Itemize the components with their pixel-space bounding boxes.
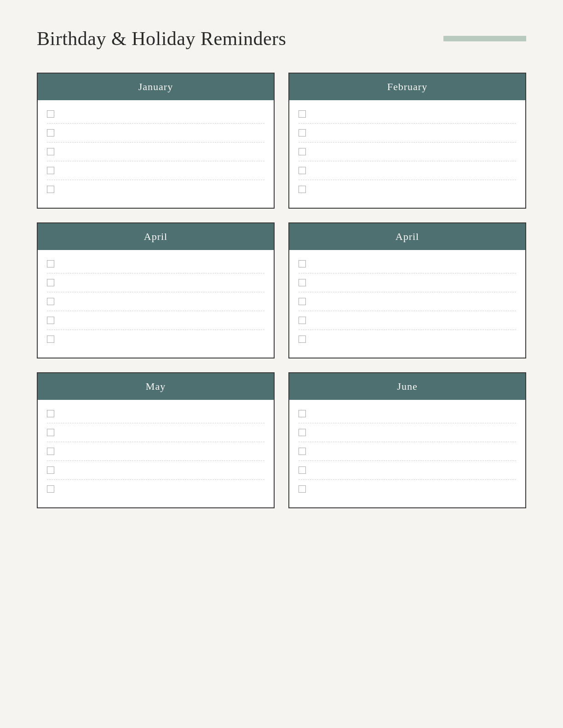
month-header-may: May	[38, 373, 274, 400]
entry-line	[312, 171, 516, 171]
checkbox[interactable]	[47, 336, 54, 343]
entry-line	[61, 133, 264, 133]
list-item	[299, 124, 516, 142]
entry-line	[312, 189, 516, 190]
checkbox[interactable]	[299, 167, 306, 174]
checkbox[interactable]	[47, 298, 54, 305]
checkbox[interactable]	[299, 260, 306, 267]
header-decoration-bar	[443, 36, 526, 41]
entry-line	[312, 451, 516, 452]
list-item	[299, 273, 516, 292]
checkbox[interactable]	[47, 148, 54, 155]
list-item	[299, 461, 516, 480]
checkbox[interactable]	[299, 429, 306, 436]
checkbox[interactable]	[299, 298, 306, 305]
entry-line	[312, 320, 516, 321]
month-body-may	[38, 400, 274, 507]
entry-line	[61, 189, 264, 190]
checkbox[interactable]	[299, 485, 306, 493]
month-card-february: February	[288, 73, 526, 209]
checkbox[interactable]	[47, 485, 54, 493]
entry-line	[312, 264, 516, 264]
checkbox[interactable]	[299, 466, 306, 474]
list-item	[299, 105, 516, 124]
month-body-april-1	[38, 250, 274, 358]
checkbox[interactable]	[299, 317, 306, 324]
entry-line	[61, 171, 264, 171]
list-item	[47, 311, 264, 330]
list-item	[47, 423, 264, 442]
list-item	[47, 161, 264, 180]
month-body-april-2	[289, 250, 525, 358]
entry-line	[61, 414, 264, 414]
list-item	[47, 180, 264, 199]
checkbox[interactable]	[47, 410, 54, 417]
checkbox[interactable]	[47, 167, 54, 174]
months-grid: JanuaryFebruaryAprilAprilMayJune	[37, 73, 526, 508]
entry-line	[312, 489, 516, 489]
list-item	[47, 330, 264, 348]
list-item	[47, 442, 264, 461]
list-item	[299, 330, 516, 348]
list-item	[47, 255, 264, 273]
entry-line	[61, 283, 264, 283]
checkbox[interactable]	[299, 148, 306, 155]
list-item	[47, 480, 264, 498]
list-item	[47, 461, 264, 480]
entry-line	[312, 114, 516, 114]
checkbox[interactable]	[47, 448, 54, 455]
month-header-april-2: April	[289, 223, 525, 250]
checkbox[interactable]	[299, 186, 306, 193]
entry-line	[312, 133, 516, 133]
entry-line	[312, 283, 516, 283]
entry-line	[312, 152, 516, 152]
entry-line	[61, 451, 264, 452]
entry-line	[61, 320, 264, 321]
entry-line	[61, 470, 264, 471]
list-item	[299, 255, 516, 273]
list-item	[47, 124, 264, 142]
entry-line	[61, 301, 264, 302]
checkbox[interactable]	[299, 448, 306, 455]
entry-line	[312, 414, 516, 414]
checkbox[interactable]	[47, 466, 54, 474]
page-title: Birthday & Holiday Reminders	[37, 28, 286, 50]
list-item	[299, 423, 516, 442]
checkbox[interactable]	[299, 336, 306, 343]
checkbox[interactable]	[299, 110, 306, 118]
month-body-january	[38, 100, 274, 208]
checkbox[interactable]	[47, 260, 54, 267]
month-card-may: May	[37, 372, 275, 508]
list-item	[299, 161, 516, 180]
checkbox[interactable]	[299, 129, 306, 136]
entry-line	[61, 489, 264, 489]
checkbox[interactable]	[47, 186, 54, 193]
entry-line	[61, 264, 264, 264]
checkbox[interactable]	[47, 129, 54, 136]
list-item	[47, 142, 264, 161]
month-body-february	[289, 100, 525, 208]
checkbox[interactable]	[47, 429, 54, 436]
list-item	[47, 404, 264, 423]
checkbox[interactable]	[299, 279, 306, 286]
checkbox[interactable]	[299, 410, 306, 417]
entry-line	[312, 470, 516, 471]
month-card-january: January	[37, 73, 275, 209]
checkbox[interactable]	[47, 110, 54, 118]
page-header: Birthday & Holiday Reminders	[37, 28, 526, 50]
entry-line	[312, 432, 516, 433]
list-item	[299, 404, 516, 423]
list-item	[299, 142, 516, 161]
checkbox[interactable]	[47, 279, 54, 286]
list-item	[299, 442, 516, 461]
month-header-june: June	[289, 373, 525, 400]
list-item	[299, 292, 516, 311]
month-header-january: January	[38, 74, 274, 100]
month-header-april-1: April	[38, 223, 274, 250]
list-item	[47, 292, 264, 311]
entry-line	[312, 301, 516, 302]
checkbox[interactable]	[47, 317, 54, 324]
month-card-april-2: April	[288, 222, 526, 358]
list-item	[47, 105, 264, 124]
list-item	[47, 273, 264, 292]
